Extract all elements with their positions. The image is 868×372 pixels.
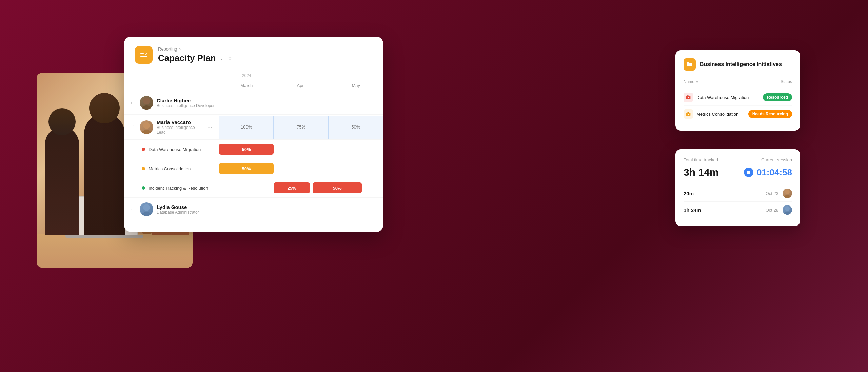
svg-rect-1 [140, 56, 147, 57]
more-options-maria[interactable]: ··· [204, 123, 215, 131]
bi-row-mc: Metrics Consolidation Needs Resourcing [684, 106, 792, 122]
bi-initiatives-card: Business Intelligence Initiatives Name ∨… [675, 50, 800, 131]
person-role-clarke: Business Intelligence Developer [157, 103, 215, 108]
month-march: March [219, 80, 274, 91]
bi-folder-icon [684, 58, 696, 71]
breadcrumb: Reporting › [158, 46, 233, 52]
bi-card-title: Business Intelligence Initiatives [700, 61, 782, 67]
gantt-cell-lydia-april [274, 198, 328, 221]
subtask-row-mc: Metrics Consolidation 50% [124, 159, 383, 178]
star-icon[interactable]: ☆ [227, 55, 233, 62]
time-entry-2: 1h 24m Oct 28 [684, 201, 792, 218]
person-name-maria: Maria Vaccaro [157, 119, 201, 125]
bi-task-icon-mc [684, 109, 693, 119]
gantt-bar-mc: 50% [219, 163, 274, 174]
entry-avatar-1 [783, 189, 792, 198]
svg-point-11 [688, 97, 689, 98]
gantt-bar-it-april: 25% [274, 182, 310, 193]
entry-duration-2: 1h 24m [684, 207, 701, 213]
subtask-name-mc: Metrics Consolidation [149, 166, 191, 171]
expand-maria-btn[interactable]: › [132, 124, 136, 130]
status-badge-mc: Needs Resourcing [748, 110, 792, 118]
person-row-lydia: › Lydia Gouse Database Administrator [124, 198, 383, 221]
subtask-row-dwm: Data Warehouse Migration 50% [124, 140, 383, 159]
avatar-lydia [140, 202, 153, 216]
total-time-label: Total time tracked [684, 157, 718, 162]
chevron-down-icon[interactable]: ⌄ [219, 55, 224, 61]
dot-dwm [142, 148, 145, 151]
expand-clarke-btn[interactable]: › [131, 101, 136, 105]
svg-point-8 [143, 204, 150, 211]
expand-lydia-btn[interactable]: › [131, 207, 136, 211]
card-icon [135, 46, 153, 64]
person-name-clarke: Clarke Higbee [157, 98, 215, 103]
avatar-clarke [140, 96, 153, 110]
gantt-cap-maria-may: 50% [329, 116, 383, 139]
entry-date-1: Oct 23 [766, 191, 778, 196]
person-name-lydia: Lydia Gouse [157, 204, 215, 210]
stop-session-btn[interactable] [744, 168, 753, 177]
dot-it [142, 186, 145, 190]
svg-point-9 [142, 212, 151, 216]
entry-date-2: Oct 28 [766, 208, 778, 213]
subtask-name-it: Incident Tracking & Resolution [149, 185, 208, 191]
bi-row-name-mc: Metrics Consolidation [696, 112, 738, 117]
subtask-row-it: Incident Tracking & Resolution 25% 50% [124, 178, 383, 198]
subtask-name-dwm: Data Warehouse Migration [149, 147, 201, 152]
month-may: May [329, 80, 383, 91]
status-badge-dwm: Resourced [763, 93, 792, 101]
svg-point-4 [143, 98, 150, 104]
svg-point-15 [785, 190, 790, 194]
bi-row-name-dwm: Data Warehouse Migration [696, 95, 749, 100]
bi-col-status: Status [781, 79, 792, 84]
session-time-value: 01:04:58 [757, 167, 792, 178]
gantt-cap-maria-march: 100% [219, 116, 274, 139]
gantt-cell-lydia-may [329, 198, 383, 221]
year-label: 2024 [219, 71, 274, 80]
entry-duration-1: 20m [684, 191, 694, 196]
svg-point-18 [784, 212, 791, 215]
person-role-maria: Business Intelligence Lead [157, 125, 201, 135]
gantt-bar-dwm: 50% [219, 144, 274, 155]
dot-mc [142, 167, 145, 170]
person-row-clarke: › Clarke Higbee Business Intelligence De… [124, 91, 383, 115]
session-label: Current session [761, 157, 792, 162]
person-row-maria: › Maria Vaccaro Business Intelligence Le… [124, 115, 383, 140]
gantt-bar-it-may: 50% [313, 182, 362, 193]
bi-task-icon-dwm [684, 93, 693, 102]
svg-point-3 [145, 53, 146, 54]
page-title: Capacity Plan [158, 53, 216, 63]
svg-point-7 [142, 130, 151, 134]
total-time-value: 3h 14m [684, 167, 718, 178]
bi-row-dwm: Data Warehouse Migration Resourced [684, 89, 792, 106]
svg-point-14 [688, 114, 689, 115]
gantt-cell-clarke-april [274, 91, 328, 114]
svg-rect-13 [688, 112, 689, 113]
gantt-cell-clarke-march [219, 91, 274, 114]
entry-avatar-2 [783, 205, 792, 215]
bi-col-name: Name [684, 79, 694, 84]
svg-point-5 [142, 105, 151, 110]
main-card: Reporting › Capacity Plan ⌄ ☆ 2024 Mar [124, 37, 383, 232]
gantt-cell-clarke-may [329, 91, 383, 114]
person-role-lydia: Database Administrator [157, 210, 215, 215]
svg-point-6 [143, 122, 150, 129]
svg-point-17 [785, 206, 790, 211]
svg-rect-0 [140, 53, 144, 54]
gantt-cell-lydia-march [219, 198, 274, 221]
time-entry-1: 20m Oct 23 [684, 185, 792, 201]
month-april: April [274, 80, 328, 91]
sort-icon[interactable]: ∨ [696, 80, 698, 84]
avatar-maria [140, 120, 153, 134]
gantt-cap-maria-april: 75% [274, 116, 328, 139]
svg-point-16 [784, 195, 791, 198]
time-tracker-card: Total time tracked Current session 3h 14… [675, 149, 800, 226]
